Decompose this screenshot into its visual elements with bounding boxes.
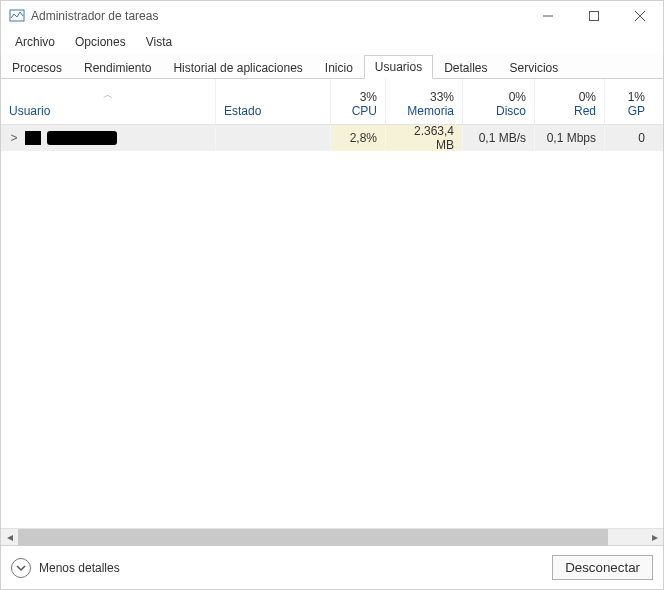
scroll-left-icon[interactable]: ◂ [1,529,18,545]
cell-status [216,125,331,151]
menu-file[interactable]: Archivo [7,33,63,51]
cell-gpu: 0 [605,125,653,151]
svg-rect-2 [590,12,599,21]
fewer-details-label[interactable]: Menos detalles [39,561,120,575]
column-label-cpu: CPU [339,104,377,118]
app-icon [9,8,25,24]
username-redacted [47,131,117,145]
column-header-disk[interactable]: 0% Disco [463,79,535,124]
column-label-status: Estado [224,104,322,118]
tab-details[interactable]: Detalles [433,56,498,79]
tab-app-history[interactable]: Historial de aplicaciones [162,56,313,79]
cell-cpu: 2,8% [331,125,386,151]
column-header-network[interactable]: 0% Red [535,79,605,124]
cell-network: 0,1 Mbps [535,125,605,151]
user-row[interactable]: > 2,8% 2.363,4 MB 0,1 MB/s 0,1 Mbps 0 [1,125,663,151]
tab-processes[interactable]: Procesos [1,56,73,79]
titlebar[interactable]: Administrador de tareas [1,1,663,31]
column-label-memory: Memoria [394,104,454,118]
scroll-right-icon[interactable]: ▸ [646,529,663,545]
cell-disk: 0,1 MB/s [463,125,535,151]
window-title-group: Administrador de tareas [9,8,158,24]
column-pct-network: 0% [543,90,596,104]
disconnect-button[interactable]: Desconectar [552,555,653,580]
tabbar: Procesos Rendimiento Historial de aplica… [1,53,663,79]
column-header-cpu[interactable]: 3% CPU [331,79,386,124]
maximize-button[interactable] [571,1,617,31]
menubar: Archivo Opciones Vista [1,31,663,53]
column-header-memory[interactable]: 33% Memoria [386,79,463,124]
footer: Menos detalles Desconectar [1,545,663,589]
cell-user: > [1,125,216,151]
column-label-network: Red [543,104,596,118]
scroll-thumb[interactable] [18,529,608,545]
cell-memory: 2.363,4 MB [386,125,463,151]
fewer-details-icon[interactable] [11,558,31,578]
task-manager-window: Administrador de tareas Archivo Opciones… [0,0,664,590]
menu-options[interactable]: Opciones [67,33,134,51]
expand-icon[interactable]: > [9,131,19,145]
scroll-track[interactable] [18,529,646,545]
content-area: ︿ Usuario Estado 3% CPU 33% Memoria 0% D… [1,79,663,545]
column-pct-disk: 0% [471,90,526,104]
sort-indicator-icon: ︿ [9,88,207,102]
menu-view[interactable]: Vista [138,33,180,51]
svg-rect-5 [25,131,41,145]
window-title: Administrador de tareas [31,9,158,23]
grid-body: > 2,8% 2.363,4 MB 0,1 MB/s 0,1 Mbps 0 [1,125,663,528]
horizontal-scrollbar[interactable]: ◂ ▸ [1,528,663,545]
column-header-gpu[interactable]: 1% GP [605,79,653,124]
grid-header: ︿ Usuario Estado 3% CPU 33% Memoria 0% D… [1,79,663,125]
tab-startup[interactable]: Inicio [314,56,364,79]
column-pct-memory: 33% [394,90,454,104]
column-label-disk: Disco [471,104,526,118]
svg-rect-0 [10,10,24,21]
tab-users[interactable]: Usuarios [364,55,433,79]
column-header-user[interactable]: ︿ Usuario [1,79,216,124]
window-controls [525,1,663,31]
column-header-status[interactable]: Estado [216,79,331,124]
close-button[interactable] [617,1,663,31]
tab-performance[interactable]: Rendimiento [73,56,162,79]
user-icon [25,131,41,145]
column-label-user: Usuario [9,104,207,118]
column-pct-cpu: 3% [339,90,377,104]
column-label-gpu: GP [613,104,645,118]
minimize-button[interactable] [525,1,571,31]
column-pct-gpu: 1% [613,90,645,104]
tab-services[interactable]: Servicios [499,56,570,79]
